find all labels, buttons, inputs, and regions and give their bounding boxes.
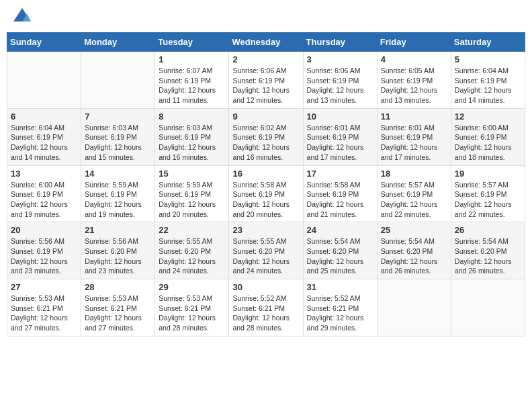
calendar-day-cell: 17Sunrise: 5:58 AMSunset: 6:19 PMDayligh… — [303, 165, 377, 222]
day-info: Sunrise: 5:52 AMSunset: 6:21 PMDaylight:… — [232, 293, 299, 333]
calendar-day-cell: 20Sunrise: 5:56 AMSunset: 6:19 PMDayligh… — [7, 222, 81, 279]
day-number: 13 — [11, 169, 77, 179]
day-number: 26 — [455, 225, 521, 235]
weekday-header-wednesday: Wednesday — [229, 33, 303, 52]
day-number: 27 — [11, 282, 77, 292]
day-number: 3 — [307, 54, 373, 64]
calendar-day-cell: 30Sunrise: 5:52 AMSunset: 6:21 PMDayligh… — [229, 279, 303, 336]
day-info: Sunrise: 5:55 AMSunset: 6:20 PMDaylight:… — [159, 236, 225, 276]
calendar-week-row: 13Sunrise: 6:00 AMSunset: 6:19 PMDayligh… — [7, 165, 525, 222]
day-info: Sunrise: 5:55 AMSunset: 6:20 PMDaylight:… — [232, 236, 299, 276]
day-number: 21 — [85, 225, 151, 235]
calendar-day-cell: 28Sunrise: 5:53 AMSunset: 6:21 PMDayligh… — [81, 279, 155, 336]
calendar-day-cell: 31Sunrise: 5:52 AMSunset: 6:21 PMDayligh… — [303, 279, 377, 336]
calendar-day-cell: 10Sunrise: 6:01 AMSunset: 6:19 PMDayligh… — [303, 108, 377, 165]
calendar-day-cell: 16Sunrise: 5:58 AMSunset: 6:19 PMDayligh… — [229, 165, 303, 222]
day-number: 7 — [85, 111, 151, 122]
day-info: Sunrise: 5:53 AMSunset: 6:21 PMDaylight:… — [11, 293, 77, 333]
day-info: Sunrise: 6:04 AMSunset: 6:19 PMDaylight:… — [11, 123, 77, 163]
day-info: Sunrise: 6:05 AMSunset: 6:19 PMDaylight:… — [381, 66, 447, 105]
day-info: Sunrise: 5:59 AMSunset: 6:19 PMDaylight:… — [159, 180, 225, 220]
weekday-header-tuesday: Tuesday — [155, 33, 229, 52]
weekday-header-friday: Friday — [377, 33, 451, 52]
day-number: 24 — [307, 225, 373, 235]
day-info: Sunrise: 6:01 AMSunset: 6:19 PMDaylight:… — [381, 123, 447, 163]
calendar-day-cell: 23Sunrise: 5:55 AMSunset: 6:20 PMDayligh… — [229, 222, 303, 279]
calendar-day-cell: 21Sunrise: 5:56 AMSunset: 6:20 PMDayligh… — [81, 222, 155, 279]
day-number: 25 — [381, 225, 447, 235]
day-number: 10 — [307, 111, 373, 122]
day-info: Sunrise: 5:56 AMSunset: 6:20 PMDaylight:… — [85, 236, 151, 276]
day-info: Sunrise: 5:52 AMSunset: 6:21 PMDaylight:… — [307, 293, 373, 333]
logo — [9, 7, 32, 27]
day-info: Sunrise: 5:53 AMSunset: 6:21 PMDaylight:… — [85, 293, 151, 333]
calendar-day-cell: 18Sunrise: 5:57 AMSunset: 6:19 PMDayligh… — [377, 165, 451, 222]
calendar-day-cell: 6Sunrise: 6:04 AMSunset: 6:19 PMDaylight… — [7, 108, 81, 165]
day-number: 9 — [232, 111, 299, 122]
day-info: Sunrise: 6:00 AMSunset: 6:19 PMDaylight:… — [455, 123, 521, 163]
day-info: Sunrise: 6:00 AMSunset: 6:19 PMDaylight:… — [11, 180, 77, 220]
calendar-day-cell: 25Sunrise: 5:54 AMSunset: 6:20 PMDayligh… — [377, 222, 451, 279]
calendar-day-cell: 22Sunrise: 5:55 AMSunset: 6:20 PMDayligh… — [155, 222, 229, 279]
day-number: 28 — [85, 282, 151, 292]
day-info: Sunrise: 6:06 AMSunset: 6:19 PMDaylight:… — [232, 66, 299, 105]
day-info: Sunrise: 6:01 AMSunset: 6:19 PMDaylight:… — [307, 123, 373, 163]
calendar-day-cell: 14Sunrise: 5:59 AMSunset: 6:19 PMDayligh… — [81, 165, 155, 222]
calendar-day-cell: 1Sunrise: 6:07 AMSunset: 6:19 PMDaylight… — [155, 52, 229, 109]
day-number: 5 — [455, 54, 521, 64]
day-number: 19 — [455, 169, 521, 179]
calendar-day-cell: 7Sunrise: 6:03 AMSunset: 6:19 PMDaylight… — [81, 108, 155, 165]
day-number: 6 — [11, 111, 77, 122]
calendar-day-cell: 24Sunrise: 5:54 AMSunset: 6:20 PMDayligh… — [303, 222, 377, 279]
calendar-day-cell: 9Sunrise: 6:02 AMSunset: 6:19 PMDaylight… — [229, 108, 303, 165]
calendar-day-cell: 11Sunrise: 6:01 AMSunset: 6:19 PMDayligh… — [377, 108, 451, 165]
day-info: Sunrise: 6:03 AMSunset: 6:19 PMDaylight:… — [85, 123, 151, 163]
day-number: 16 — [232, 169, 299, 179]
calendar-day-cell — [451, 279, 525, 336]
day-info: Sunrise: 6:06 AMSunset: 6:19 PMDaylight:… — [307, 66, 373, 105]
calendar-day-cell: 5Sunrise: 6:04 AMSunset: 6:19 PMDaylight… — [451, 52, 525, 109]
calendar-day-cell: 2Sunrise: 6:06 AMSunset: 6:19 PMDaylight… — [229, 52, 303, 109]
day-number: 14 — [85, 169, 151, 179]
weekday-header-saturday: Saturday — [451, 33, 525, 52]
calendar-table: SundayMondayTuesdayWednesdayThursdayFrid… — [7, 32, 525, 336]
day-info: Sunrise: 5:53 AMSunset: 6:21 PMDaylight:… — [159, 293, 225, 333]
day-number: 8 — [159, 111, 225, 122]
weekday-header-thursday: Thursday — [303, 33, 377, 52]
calendar-day-cell: 4Sunrise: 6:05 AMSunset: 6:19 PMDaylight… — [377, 52, 451, 109]
day-number: 17 — [307, 169, 373, 179]
calendar-day-cell: 19Sunrise: 5:57 AMSunset: 6:19 PMDayligh… — [451, 165, 525, 222]
day-info: Sunrise: 6:03 AMSunset: 6:19 PMDaylight:… — [159, 123, 225, 163]
day-number: 4 — [381, 54, 447, 64]
calendar-day-cell: 26Sunrise: 5:54 AMSunset: 6:20 PMDayligh… — [451, 222, 525, 279]
calendar-day-cell — [81, 52, 155, 109]
calendar-day-cell: 15Sunrise: 5:59 AMSunset: 6:19 PMDayligh… — [155, 165, 229, 222]
calendar-week-row: 6Sunrise: 6:04 AMSunset: 6:19 PMDaylight… — [7, 108, 525, 165]
day-number: 15 — [159, 169, 225, 179]
calendar-week-row: 27Sunrise: 5:53 AMSunset: 6:21 PMDayligh… — [7, 279, 525, 336]
day-number: 18 — [381, 169, 447, 179]
day-number: 29 — [159, 282, 225, 292]
calendar-header-row: SundayMondayTuesdayWednesdayThursdayFrid… — [7, 33, 525, 52]
day-info: Sunrise: 5:54 AMSunset: 6:20 PMDaylight:… — [455, 236, 521, 276]
day-info: Sunrise: 5:58 AMSunset: 6:19 PMDaylight:… — [232, 180, 299, 220]
day-number: 1 — [159, 54, 225, 64]
day-number: 12 — [455, 111, 521, 122]
calendar-day-cell — [7, 52, 81, 109]
day-info: Sunrise: 5:57 AMSunset: 6:19 PMDaylight:… — [381, 180, 447, 220]
calendar-day-cell: 27Sunrise: 5:53 AMSunset: 6:21 PMDayligh… — [7, 279, 81, 336]
calendar-day-cell: 12Sunrise: 6:00 AMSunset: 6:19 PMDayligh… — [451, 108, 525, 165]
day-info: Sunrise: 5:56 AMSunset: 6:19 PMDaylight:… — [11, 236, 77, 276]
day-info: Sunrise: 6:04 AMSunset: 6:19 PMDaylight:… — [455, 66, 521, 105]
calendar-week-row: 20Sunrise: 5:56 AMSunset: 6:19 PMDayligh… — [7, 222, 525, 279]
day-info: Sunrise: 5:54 AMSunset: 6:20 PMDaylight:… — [381, 236, 447, 276]
calendar-day-cell: 3Sunrise: 6:06 AMSunset: 6:19 PMDaylight… — [303, 52, 377, 109]
weekday-header-sunday: Sunday — [7, 33, 81, 52]
day-number: 11 — [381, 111, 447, 122]
weekday-header-monday: Monday — [81, 33, 155, 52]
day-number: 30 — [232, 282, 299, 292]
calendar-day-cell — [377, 279, 451, 336]
day-info: Sunrise: 5:59 AMSunset: 6:19 PMDaylight:… — [85, 180, 151, 220]
day-info: Sunrise: 5:57 AMSunset: 6:19 PMDaylight:… — [455, 180, 521, 220]
page-header — [7, 7, 525, 27]
